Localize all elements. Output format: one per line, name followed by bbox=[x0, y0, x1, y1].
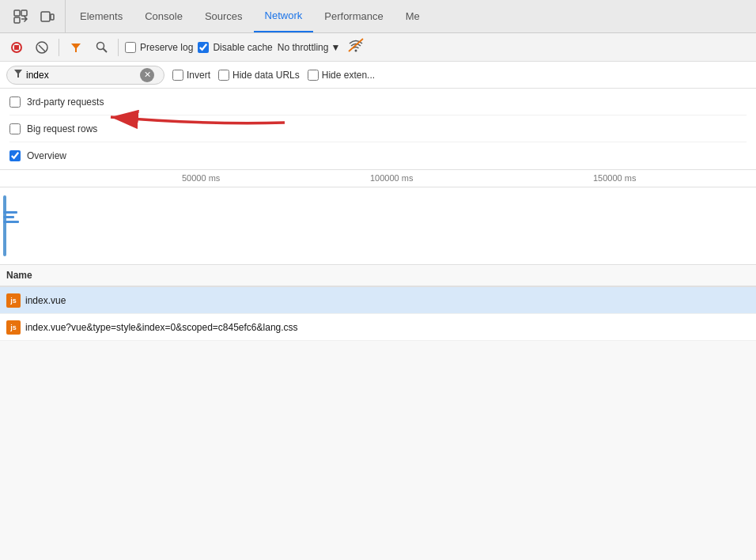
search-button[interactable] bbox=[91, 37, 112, 58]
tab-performance[interactable]: Performance bbox=[313, 0, 394, 32]
timeline-line-3 bbox=[3, 221, 19, 223]
row-name-1: index.vue bbox=[25, 295, 66, 306]
svg-rect-2 bbox=[21, 10, 27, 16]
name-column-header: Name bbox=[6, 270, 32, 281]
options-panel: 3rd-party requests Big request rows Over… bbox=[0, 89, 756, 170]
table-row[interactable]: js index.vue bbox=[0, 287, 756, 314]
tab-sources[interactable]: Sources bbox=[194, 0, 254, 32]
svg-rect-1 bbox=[14, 17, 20, 23]
divider-2 bbox=[118, 39, 119, 56]
filter-input-wrap[interactable]: ✕ bbox=[6, 66, 164, 85]
big-request-rows-checkbox[interactable] bbox=[9, 123, 21, 134]
timeline-lines bbox=[3, 211, 19, 223]
preserve-log-checkbox[interactable] bbox=[125, 42, 136, 53]
filter-button[interactable] bbox=[66, 37, 86, 58]
divider-1 bbox=[59, 39, 59, 56]
clear-button[interactable] bbox=[32, 37, 52, 58]
hide-extensions-checkbox[interactable] bbox=[308, 70, 319, 81]
stop-recording-button[interactable] bbox=[6, 37, 27, 58]
wifi-icon bbox=[348, 38, 364, 56]
table-header: Name bbox=[0, 265, 756, 287]
file-icon-2: js bbox=[6, 320, 21, 335]
ruler-mark-2: 100000 ms bbox=[370, 173, 413, 183]
tab-console[interactable]: Console bbox=[134, 0, 194, 32]
device-icon[interactable] bbox=[36, 6, 59, 28]
timeline-line-2 bbox=[3, 216, 14, 218]
invert-label[interactable]: Invert bbox=[172, 70, 210, 81]
tab-elements[interactable]: Elements bbox=[69, 0, 134, 32]
disable-cache-checkbox[interactable] bbox=[198, 42, 209, 53]
file-icon-1: js bbox=[6, 293, 21, 308]
throttle-select[interactable]: No throttling ▼ bbox=[278, 42, 341, 53]
filter-row: ✕ Invert Hide data URLs Hide exten... bbox=[0, 62, 756, 89]
overview-row: Overview bbox=[9, 142, 747, 169]
row-name-2: index.vue?vue&type=style&index=0&scoped=… bbox=[25, 322, 298, 333]
inspect-icon[interactable] bbox=[9, 6, 32, 28]
filter-funnel-icon bbox=[13, 69, 23, 81]
ruler-mark-1: 50000 ms bbox=[182, 173, 220, 183]
table-area: Name js index.vue js index.vue?vue&type=… bbox=[0, 265, 756, 341]
hide-data-urls-checkbox[interactable] bbox=[218, 70, 229, 81]
timeline-ruler: 50000 ms 100000 ms 150000 ms bbox=[0, 170, 756, 187]
svg-rect-3 bbox=[41, 12, 50, 21]
network-toolbar: Preserve log Disable cache No throttling… bbox=[0, 33, 756, 62]
svg-marker-9 bbox=[71, 44, 81, 52]
tab-bar: Elements Console Sources Network Perform… bbox=[0, 0, 756, 33]
tab-more[interactable]: Me bbox=[395, 0, 431, 32]
svg-point-12 bbox=[355, 50, 357, 52]
timeline-chart bbox=[0, 187, 756, 264]
timeline-left-bar bbox=[3, 195, 6, 256]
svg-marker-14 bbox=[14, 70, 22, 78]
tab-network[interactable]: Network bbox=[254, 0, 314, 32]
3rd-party-row: 3rd-party requests bbox=[9, 89, 747, 115]
invert-checkbox[interactable] bbox=[172, 70, 183, 81]
hide-extensions-label[interactable]: Hide exten... bbox=[308, 70, 375, 81]
disable-cache-label[interactable]: Disable cache bbox=[198, 42, 272, 53]
svg-point-10 bbox=[96, 43, 104, 50]
ruler-mark-3: 150000 ms bbox=[593, 173, 636, 183]
table-row[interactable]: js index.vue?vue&type=style&index=0&scop… bbox=[0, 314, 756, 341]
filter-clear-button[interactable]: ✕ bbox=[140, 68, 154, 82]
svg-rect-6 bbox=[14, 45, 19, 50]
svg-line-8 bbox=[39, 45, 45, 51]
timeline-line-1 bbox=[3, 211, 17, 214]
hide-data-urls-label[interactable]: Hide data URLs bbox=[218, 70, 300, 81]
preserve-log-label[interactable]: Preserve log bbox=[125, 42, 193, 53]
big-request-rows-row: Big request rows bbox=[9, 115, 747, 142]
overview-checkbox[interactable] bbox=[9, 150, 21, 161]
filter-input[interactable] bbox=[26, 70, 137, 81]
svg-rect-0 bbox=[14, 10, 20, 16]
devtools-icons bbox=[3, 0, 66, 32]
svg-line-11 bbox=[103, 49, 107, 53]
3rd-party-checkbox[interactable] bbox=[9, 96, 21, 108]
timeline-area: 50000 ms 100000 ms 150000 ms bbox=[0, 170, 756, 265]
svg-rect-4 bbox=[51, 14, 54, 20]
